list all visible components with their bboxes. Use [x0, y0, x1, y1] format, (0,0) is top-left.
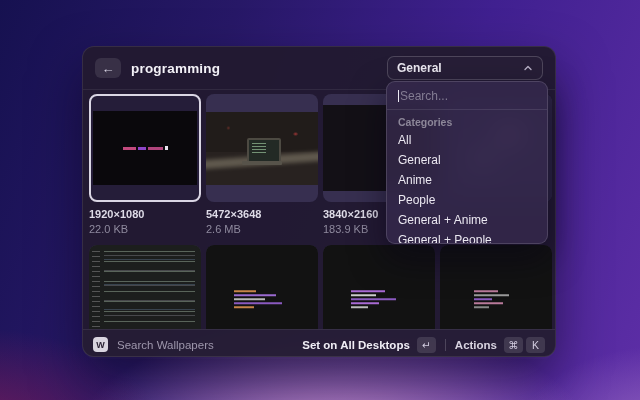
wallpaper-tile: 5472×36482.6 MB — [206, 94, 318, 234]
dropdown-item-people[interactable]: People — [387, 190, 547, 210]
filesize-label: 22.0 KB — [89, 223, 201, 235]
filesize-label: 2.6 MB — [206, 223, 318, 235]
category-dropdown-panel: Categories AllGeneralAnimePeopleGeneral … — [386, 81, 548, 244]
wallpaper-thumbnail[interactable] — [440, 245, 552, 329]
dropdown-search-input[interactable] — [400, 89, 536, 103]
footer-bar: W Search Wallpapers Set on All Desktops … — [83, 329, 555, 359]
dropdown-item-anime[interactable]: Anime — [387, 170, 547, 190]
wallpaper-image — [323, 245, 435, 329]
wallpaper-image — [89, 245, 201, 329]
dropdown-item-general-anime[interactable]: General + Anime — [387, 210, 547, 230]
wallpaper-thumbnail[interactable] — [323, 245, 435, 329]
actions-button[interactable]: Actions — [455, 339, 497, 351]
wallpaper-tile — [323, 245, 435, 329]
chevron-up-icon — [523, 63, 533, 73]
command-key-icon: ⌘ — [504, 337, 523, 353]
footer-divider — [445, 339, 446, 351]
dropdown-item-all[interactable]: All — [387, 130, 547, 150]
wallpaper-thumbnail-selected[interactable] — [89, 94, 201, 202]
back-arrow-icon: ← — [102, 62, 115, 75]
back-button[interactable]: ← — [95, 58, 121, 78]
dropdown-search-row[interactable] — [387, 82, 547, 110]
wallpaper-thumbnail[interactable] — [89, 245, 201, 329]
return-key-icon: ↵ — [417, 337, 436, 353]
wallpaper-thumbnail[interactable] — [206, 245, 318, 329]
text-cursor — [398, 90, 399, 102]
k-key-icon: K — [526, 337, 545, 353]
set-on-all-desktops-button[interactable]: Set on All Desktops — [302, 339, 410, 351]
dropdown-item-general-people[interactable]: General + People — [387, 230, 547, 244]
wallpaper-tile — [89, 245, 201, 329]
wallpaper-tile — [206, 245, 318, 329]
wallpaper-image — [440, 245, 552, 329]
resolution-label: 1920×1080 — [89, 208, 201, 220]
resolution-label: 5472×3648 — [206, 208, 318, 220]
wallpaper-image — [206, 112, 318, 185]
wallpaper-image — [206, 245, 318, 329]
wallpaper-image — [93, 111, 197, 185]
wallpaper-thumbnail[interactable] — [206, 94, 318, 202]
wallpaper-app-window: ← programming General 1920×108022.0 KB54… — [82, 46, 556, 357]
page-title: programming — [131, 61, 220, 76]
dropdown-section-header: Categories — [387, 110, 547, 130]
category-filter-value: General — [397, 61, 523, 75]
wallpapers-app-icon: W — [93, 337, 108, 352]
category-filter-dropdown-button[interactable]: General — [387, 56, 543, 80]
dropdown-item-general[interactable]: General — [387, 150, 547, 170]
app-label: Search Wallpapers — [117, 339, 214, 351]
wallpaper-tile — [440, 245, 552, 329]
wallpaper-tile: 1920×108022.0 KB — [89, 94, 201, 234]
